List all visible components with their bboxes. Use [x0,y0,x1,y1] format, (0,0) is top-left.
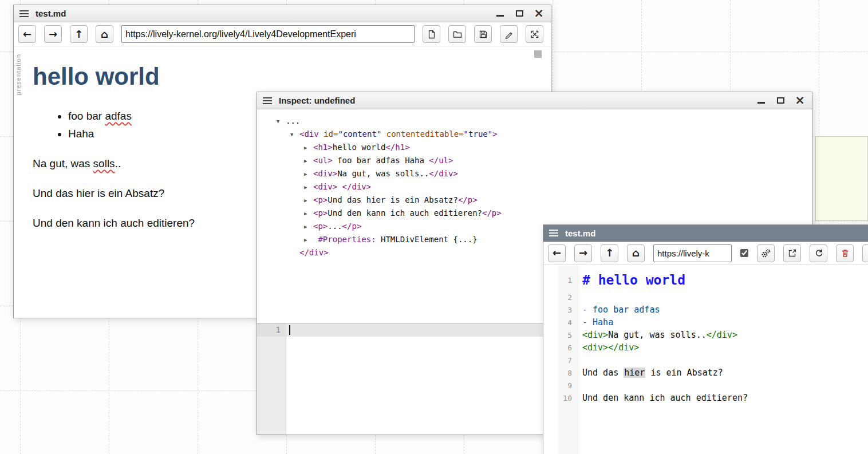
editor-row: 9 [543,379,868,392]
titlebar-editor[interactable]: test.md [543,225,868,242]
url-input[interactable] [653,244,732,262]
text-run: is ein Absatz? [645,368,723,378]
text-run: - foo bar adfas [582,305,660,315]
collapse-icon[interactable]: ▼ [277,115,286,128]
text-run: # hello world [582,273,685,287]
edit-button[interactable] [500,25,518,43]
code-line[interactable]: Und den kann ich auch editieren? [578,393,748,403]
expand-icon[interactable]: ▶ [304,155,313,167]
code-line[interactable]: # hello world [578,273,685,287]
back-button[interactable]: ← [18,25,36,43]
open-external-button[interactable] [783,244,801,262]
expand-icon[interactable]: ▶ [304,220,313,233]
folder-button[interactable] [448,25,466,43]
fullscreen-button[interactable] [526,25,543,43]
tree-node[interactable]: ▼... [272,115,812,128]
gears-icon [761,248,771,258]
menu-icon[interactable] [549,230,558,236]
back-button[interactable]: ← [548,244,566,262]
maximize-button[interactable] [775,96,786,106]
text-run: <div> [582,330,608,340]
close-button[interactable]: × [795,96,805,106]
maximize-icon [777,97,784,104]
line-number: 6 [543,344,578,352]
code-line[interactable]: <div></div> [578,342,639,353]
expand-icon[interactable]: ▶ [304,207,313,220]
tree-node[interactable]: ▶<ul> foo bar adfas Haha </ul> [272,154,812,167]
trash-icon [841,248,850,258]
tree-node[interactable]: ▶<h1>hello world</h1> [272,141,812,154]
text-run: foo bar adfas Haha [333,156,429,165]
text-run: </ul> [429,156,453,165]
console-active-line[interactable] [286,323,548,337]
code-line[interactable]: - foo bar adfas [578,305,660,315]
scroll-handle[interactable] [534,50,542,58]
home-button[interactable]: ⌂ [96,25,113,43]
text-run: hello world [333,143,386,152]
presentation-label: presentation [15,54,22,96]
expand-icon[interactable]: ▶ [304,181,313,194]
text-run: <p> [313,195,328,204]
editor-row: 4- Haha [543,316,868,329]
forward-button[interactable]: → [574,244,592,262]
text-run: Und den kann ich auch editieren? [328,208,482,218]
save-button[interactable] [474,25,492,43]
maximize-button[interactable] [514,9,524,19]
preview-heading: hello world [33,63,534,90]
collapse-icon[interactable]: ▼ [290,128,299,141]
tree-node[interactable]: ▶<p>Und den kann ich auch editieren?</p> [272,207,812,220]
desktop-background: test.md × ← → ↑ ⌂ [0,0,868,454]
new-file-button[interactable] [862,244,868,262]
refresh-icon [814,248,823,258]
line-number: 2 [543,293,578,302]
code-line[interactable]: Und das hier is ein Absatz? [578,368,723,378]
navigation-toolbar: ← → ↑ ⌂ [543,242,868,265]
close-icon: × [795,94,805,106]
home-button[interactable]: ⌂ [627,244,645,262]
window-markdown-editor: test.md ← → ↑ ⌂ 1# [543,224,868,454]
minimize-button[interactable] [756,96,766,106]
menu-icon[interactable] [19,10,29,17]
new-file-button[interactable] [423,25,440,43]
line-number: 7 [543,356,578,365]
tree-node[interactable]: ▼<div id="content" contenteditable="true… [272,128,812,141]
url-input[interactable] [121,25,415,43]
line-number: 5 [543,331,578,339]
close-button[interactable]: × [534,9,544,19]
text-run: <div> [313,182,337,191]
titlebar-inspector[interactable]: Inspect: undefined × [257,92,812,109]
expand-icon[interactable]: ▶ [304,234,313,246]
reload-button[interactable] [810,244,827,262]
expand-icon[interactable]: ▶ [304,141,313,154]
expand-icon[interactable]: ▶ [304,194,313,207]
line-number: 9 [543,381,578,390]
text-run: </div> [707,330,737,340]
code-line[interactable]: - Haha [578,317,613,327]
delete-button[interactable] [836,244,854,262]
up-button[interactable]: ↑ [601,244,618,262]
expand-icon[interactable]: ▶ [304,168,313,180]
line-number: 4 [543,318,578,327]
code-line[interactable]: <div>Na gut, was solls..</div> [578,330,737,340]
line-number: 8 [543,369,578,377]
tree-node[interactable]: ▶<div> </div> [272,180,812,194]
line-number: 1 [257,323,286,337]
minimize-button[interactable] [495,9,505,19]
tree-node[interactable]: ▶<div>Na gut, was solls..</div> [272,167,812,180]
up-button[interactable]: ↑ [70,25,88,43]
text-run: "true" [464,129,493,139]
markdown-editor[interactable]: 1# hello world23- foo bar adfas4- Haha5<… [543,266,868,454]
options-checkbox[interactable] [740,249,748,257]
text-run: > [492,129,497,139]
line-number: 1 [543,276,578,285]
tree-node[interactable]: ▶<p>Und das hier is ein Absatz?</p> [272,194,812,207]
forward-button[interactable]: → [44,25,62,43]
titlebar-preview[interactable]: test.md × [14,5,551,22]
text-run: foo bar [68,110,105,122]
settings-button[interactable] [757,244,775,262]
line-number: 10 [543,394,578,402]
home-icon: ⌂ [632,248,640,258]
menu-icon[interactable] [263,97,272,104]
folder-icon [453,30,462,39]
text-run: </div> [299,248,329,257]
